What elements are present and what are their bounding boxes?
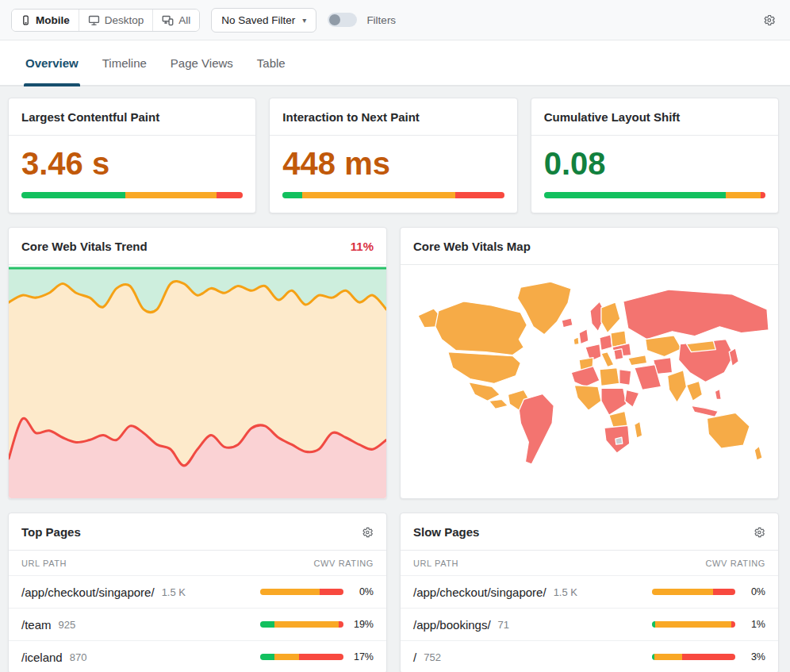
cwv-rating-percent: 0%	[735, 586, 765, 597]
device-toggle-desktop[interactable]: Desktop	[79, 10, 154, 31]
chevron-down-icon: ▾	[302, 16, 306, 25]
map-region-philippines[interactable]	[715, 389, 721, 399]
map-region-ireland[interactable]	[573, 337, 579, 345]
url-path[interactable]: /app/checkout/singapore/	[413, 586, 546, 599]
cwv-bar-segment-poor	[455, 192, 504, 198]
saved-filter-label: No Saved Filter	[221, 14, 295, 26]
filters-toggle[interactable]	[328, 13, 357, 27]
cwv-bar-segment-good	[282, 192, 302, 198]
cwv-distribution-bar	[282, 192, 504, 198]
saved-filter-dropdown[interactable]: No Saved Filter ▾	[211, 8, 316, 33]
dashboard-settings-button[interactable]	[762, 13, 776, 27]
map-region-australia[interactable]	[707, 413, 750, 448]
map-region-new-zealand[interactable]	[754, 446, 762, 460]
page-view-count: 1.5 K	[162, 586, 186, 598]
url-path[interactable]: /team	[21, 618, 52, 632]
map-region-kazakhstan[interactable]	[646, 336, 682, 357]
url-path[interactable]: /app/checkout/singapore/	[21, 586, 155, 599]
map-region-india[interactable]	[668, 371, 687, 403]
map-region-japan[interactable]	[729, 348, 738, 367]
map-region-canada[interactable]	[435, 301, 527, 355]
url-path[interactable]: /app/bookings/	[413, 618, 491, 632]
trend-chart-svg	[9, 265, 386, 498]
trend-card: Core Web Vitals Trend 11%	[8, 227, 387, 499]
device-toggle-mobile[interactable]: Mobile	[12, 10, 79, 31]
cwv-bar-segment-poor	[299, 654, 343, 660]
map-region-nw-africa[interactable]	[571, 367, 600, 387]
map-region-horn-of-africa[interactable]	[625, 390, 639, 407]
tab-bar: Overview Timeline Page Views Table	[0, 40, 790, 86]
cwv-distribution-bar	[260, 589, 343, 595]
cwv-distribution-bar	[652, 589, 735, 595]
map-region-madagascar[interactable]	[635, 421, 642, 438]
table-settings-button[interactable]	[753, 526, 765, 539]
metrics-row: Largest Contentful Paint 3.46 s Interact…	[8, 98, 779, 213]
table-row[interactable]: /app/bookings/711%	[401, 608, 778, 640]
map-region-central-africa[interactable]	[601, 388, 627, 415]
cwv-bar-segment-poor	[713, 589, 735, 595]
table-row[interactable]: /team92519%	[9, 608, 386, 640]
page-view-count: 71	[498, 619, 509, 631]
tab-overview[interactable]: Overview	[25, 40, 79, 85]
map-region-sweden-finland[interactable]	[601, 302, 620, 333]
cwv-distribution-bar	[260, 621, 343, 628]
map-region-mexico[interactable]	[469, 382, 500, 401]
map-region-egypt[interactable]	[619, 370, 631, 386]
gear-icon	[361, 526, 374, 539]
map-region-usa[interactable]	[448, 352, 521, 384]
table-row[interactable]: /7523%	[401, 640, 778, 672]
url-path[interactable]: /iceland	[21, 651, 63, 664]
device-toggle-all[interactable]: All	[153, 10, 199, 31]
cwv-distribution-bar	[260, 654, 343, 660]
tables-row: Top Pages URL PATH CWV RATING /app/check…	[8, 513, 779, 672]
tab-table[interactable]: Table	[257, 40, 286, 85]
map-region-south-america[interactable]	[519, 394, 554, 464]
map-region-west-africa[interactable]	[574, 385, 601, 410]
map-region-lesotho[interactable]	[616, 437, 623, 444]
trend-chart[interactable]	[9, 265, 386, 498]
all-devices-icon	[162, 14, 174, 26]
table-settings-button[interactable]	[361, 526, 374, 539]
filters-label: Filters	[366, 14, 396, 26]
cwv-bar-segment-poor	[320, 589, 343, 595]
map-region-se-asia[interactable]	[686, 382, 702, 401]
page-view-count: 1.5 K	[554, 586, 577, 598]
gear-icon	[753, 526, 765, 539]
cwv-bar-segment-poor	[682, 654, 735, 660]
map-region-italy[interactable]	[601, 352, 614, 367]
table-row[interactable]: /iceland87017%	[9, 640, 386, 672]
filters-toggle-knob	[329, 14, 340, 25]
map-region-central-europe[interactable]	[600, 335, 612, 351]
cwv-bar-segment-poor	[761, 192, 765, 198]
top-toolbar: Mobile Desktop All No Saved Filter ▾ Fil…	[0, 0, 790, 40]
map-region-balkans[interactable]	[614, 349, 623, 360]
tab-page-views[interactable]: Page Views	[171, 40, 233, 85]
url-path[interactable]: /	[413, 651, 416, 664]
map-region-iceland[interactable]	[562, 318, 573, 328]
table-row[interactable]: /app/checkout/singapore/1.5 K0%	[401, 575, 778, 608]
cwv-bar-segment-good	[544, 192, 726, 198]
map-region-indonesia[interactable]	[691, 405, 718, 417]
cwv-bar-segment-ni	[274, 621, 339, 628]
map-region-libya[interactable]	[600, 368, 619, 386]
map-region-uk[interactable]	[579, 329, 589, 344]
map-region-central-america[interactable]	[489, 399, 508, 409]
cwv-rating-percent: 3%	[735, 651, 765, 662]
world-map[interactable]	[401, 265, 778, 498]
cwv-bar-segment-ni	[655, 621, 731, 628]
cwv-rating-percent: 19%	[343, 619, 374, 630]
world-map-svg	[401, 265, 778, 498]
metric-card-inp: Interaction to Next Paint 448 ms	[269, 98, 517, 213]
metric-title: Interaction to Next Paint	[282, 110, 420, 124]
gear-icon	[762, 13, 776, 27]
cwv-bar-segment-ni	[302, 192, 455, 198]
map-region-turkey[interactable]	[628, 355, 647, 366]
metric-card-lcp: Largest Contentful Paint 3.46 s	[8, 98, 256, 213]
cwv-bar-segment-ni	[274, 654, 300, 660]
metric-value: 448 ms	[270, 136, 516, 182]
cwv-bar-segment-good	[21, 192, 125, 198]
cwv-distribution-bar	[544, 192, 765, 198]
tab-timeline[interactable]: Timeline	[102, 40, 147, 85]
table-row[interactable]: /app/checkout/singapore/1.5 K0%	[9, 575, 386, 608]
map-region-russia[interactable]	[623, 290, 769, 340]
